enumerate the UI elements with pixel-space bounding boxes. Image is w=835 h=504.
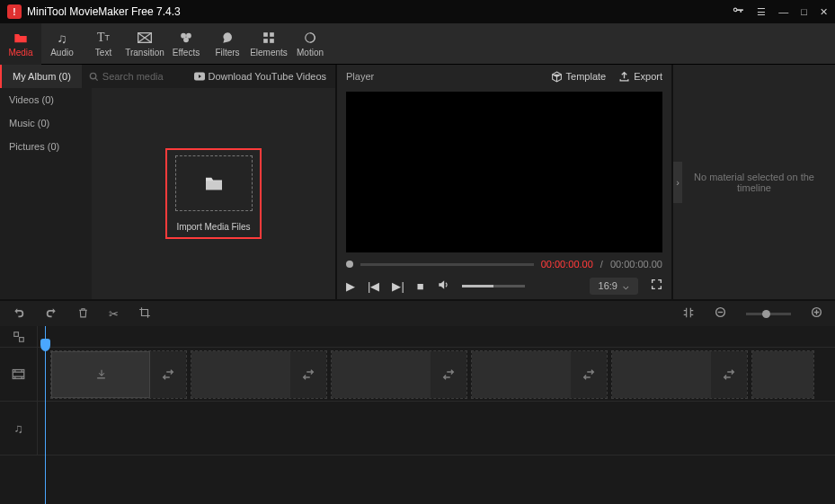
- filters-icon: [221, 30, 234, 46]
- tab-transition-label: Transition: [125, 48, 164, 57]
- clip-slot[interactable]: [50, 350, 187, 399]
- volume-slider[interactable]: [462, 285, 525, 287]
- tab-effects[interactable]: Effects: [165, 23, 207, 65]
- import-media-box[interactable]: Import Media Files: [165, 148, 262, 239]
- text-icon: TT: [97, 30, 110, 46]
- svg-point-3: [183, 37, 189, 42]
- export-button[interactable]: Export: [618, 71, 662, 83]
- export-label: Export: [634, 71, 662, 82]
- crop-button[interactable]: [138, 306, 151, 322]
- tab-motion-label: Motion: [297, 48, 324, 57]
- template-label: Template: [566, 71, 607, 82]
- import-media-label: Import Media Files: [176, 222, 250, 232]
- undo-button[interactable]: [13, 306, 25, 322]
- audio-track-head[interactable]: ♫: [0, 402, 38, 455]
- music-note-icon: ♫: [57, 30, 67, 46]
- menu-icon[interactable]: ☰: [757, 6, 766, 18]
- media-drop-area[interactable]: Import Media Files: [92, 88, 335, 299]
- app-title: MiniTool MovieMaker Free 7.4.3: [27, 5, 732, 18]
- youtube-icon: [194, 72, 205, 81]
- timeline-ruler[interactable]: [38, 326, 835, 347]
- tab-effects-label: Effects: [173, 48, 200, 57]
- swap-icon: [162, 368, 174, 381]
- transition-icon: [138, 30, 152, 46]
- play-button[interactable]: ▶: [346, 279, 355, 293]
- download-youtube-button[interactable]: Download YouTube Videos: [185, 71, 336, 82]
- motion-icon: [304, 30, 316, 46]
- maximize-button[interactable]: □: [801, 6, 807, 17]
- playhead[interactable]: [45, 326, 46, 504]
- player-pane: Player Template Export 00:00:00.00 / 00:…: [337, 65, 673, 299]
- redo-button[interactable]: [45, 306, 58, 322]
- download-icon: [95, 368, 107, 380]
- zoom-out-button[interactable]: [715, 306, 726, 321]
- volume-icon[interactable]: [437, 279, 449, 294]
- tab-elements[interactable]: Elements: [248, 23, 289, 65]
- inspector-pane: › No material selected on the timeline: [673, 65, 835, 299]
- tab-transition[interactable]: Transition: [124, 23, 165, 65]
- swap-icon: [723, 368, 735, 381]
- close-button[interactable]: ✕: [820, 6, 828, 18]
- minimize-button[interactable]: —: [778, 6, 788, 17]
- timeline[interactable]: ♫: [0, 326, 835, 504]
- search-icon: [89, 72, 99, 82]
- next-button[interactable]: ▶|: [392, 279, 404, 293]
- video-track[interactable]: [38, 348, 835, 401]
- split-button[interactable]: ✂: [109, 307, 119, 321]
- tab-audio-label: Audio: [50, 48, 74, 57]
- tab-audio[interactable]: ♫ Audio: [41, 23, 83, 65]
- tab-filters[interactable]: Filters: [207, 23, 248, 65]
- search-placeholder: Search media: [102, 71, 164, 82]
- svg-rect-5: [270, 32, 274, 37]
- timeline-ruler-head[interactable]: [0, 326, 38, 347]
- stop-button[interactable]: ■: [417, 279, 424, 293]
- svg-rect-15: [19, 337, 23, 341]
- scrub-track[interactable]: [360, 263, 534, 266]
- clip-slot[interactable]: [191, 350, 327, 399]
- timeline-toolbar: ✂: [0, 299, 835, 326]
- player-title: Player: [346, 71, 538, 82]
- search-media[interactable]: Search media: [82, 71, 185, 82]
- key-icon[interactable]: [732, 4, 744, 19]
- clip-slot[interactable]: [331, 350, 467, 399]
- tab-motion[interactable]: Motion: [289, 23, 331, 65]
- clip-slot[interactable]: [471, 350, 608, 399]
- audio-track[interactable]: [38, 402, 835, 455]
- sidebar-item-pictures[interactable]: Pictures (0): [0, 135, 92, 158]
- video-preview[interactable]: [346, 92, 662, 252]
- download-youtube-label: Download YouTube Videos: [209, 71, 327, 82]
- video-track-head[interactable]: [0, 348, 38, 401]
- fullscreen-button[interactable]: [651, 279, 662, 293]
- template-icon: [551, 71, 563, 83]
- svg-rect-7: [270, 39, 274, 43]
- timecode-total: 00:00:00.00: [610, 259, 662, 270]
- prev-button[interactable]: |◀: [368, 279, 379, 293]
- effects-icon: [180, 30, 192, 46]
- auto-fit-button[interactable]: [682, 306, 695, 322]
- main-toolbar: Media ♫ Audio TT Text Transition Effects…: [0, 23, 835, 65]
- folder-icon: [204, 175, 224, 191]
- inspector-collapse-handle[interactable]: ›: [673, 162, 682, 203]
- template-button[interactable]: Template: [551, 71, 607, 83]
- clip-slot[interactable]: [751, 350, 814, 399]
- svg-rect-11: [206, 181, 222, 190]
- delete-button[interactable]: [77, 306, 89, 322]
- aspect-ratio-select[interactable]: 16:9 ⌵: [590, 278, 638, 295]
- sidebar-item-music[interactable]: Music (0): [0, 111, 92, 135]
- sidebar-tab-myalbum[interactable]: My Album (0): [0, 65, 82, 88]
- sidebar-item-videos[interactable]: Videos (0): [0, 88, 92, 111]
- title-bar: ! MiniTool MovieMaker Free 7.4.3 ☰ — □ ✕: [0, 0, 835, 23]
- svg-rect-4: [263, 32, 268, 37]
- swap-icon: [302, 368, 315, 381]
- zoom-slider[interactable]: [746, 313, 791, 315]
- tab-elements-label: Elements: [250, 48, 288, 57]
- clip-slot[interactable]: [611, 350, 748, 399]
- media-pane: My Album (0) Search media Download YouTu…: [0, 65, 337, 299]
- app-logo: !: [7, 4, 22, 19]
- svg-rect-6: [263, 39, 268, 43]
- tab-text[interactable]: TT Text: [83, 23, 124, 65]
- scrub-handle[interactable]: [346, 261, 353, 268]
- zoom-in-button[interactable]: [811, 306, 822, 321]
- tab-media[interactable]: Media: [0, 23, 41, 65]
- swap-icon: [582, 368, 595, 381]
